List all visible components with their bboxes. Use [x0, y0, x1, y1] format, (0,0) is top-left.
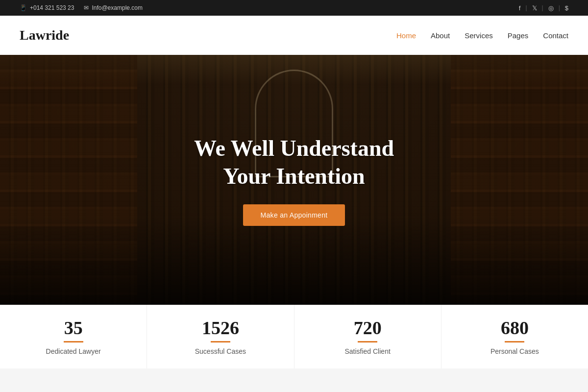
top-bar: 📱 +014 321 523 23 ✉ Info@example.com f |…	[0, 0, 588, 16]
phone-icon: 📱	[20, 4, 27, 11]
stat-label-clients: Satisfied Client	[344, 347, 390, 355]
stat-number-cases: 1526	[202, 318, 239, 337]
stat-number-lawyers: 35	[64, 318, 83, 337]
hero-floor-shadow	[0, 217, 588, 305]
stat-underline-clients	[358, 341, 377, 343]
nav-item-contact[interactable]: Contact	[543, 29, 568, 42]
social-links: f | 𝕏 | ◎ | $	[519, 4, 568, 12]
phone-number: +014 321 523 23	[30, 4, 74, 11]
stat-item-personal: 680 Personal Cases	[441, 305, 588, 368]
nav-item-services[interactable]: Services	[465, 29, 493, 42]
stat-underline-personal	[505, 341, 524, 343]
facebook-icon[interactable]: f	[519, 4, 521, 12]
stat-number-clients: 720	[354, 318, 382, 337]
bottom-section	[0, 368, 588, 392]
hero-title: We Well Understand Your Intention	[194, 134, 394, 191]
hero-content: We Well Understand Your Intention Make a…	[194, 134, 394, 226]
email-item: ✉ Info@example.com	[84, 4, 143, 11]
stat-label-cases: Sucessful Cases	[195, 347, 246, 355]
stats-section: 35 Dedicated Lawyer 1526 Sucessful Cases…	[0, 305, 588, 368]
twitter-icon[interactable]: 𝕏	[532, 4, 537, 12]
stat-label-lawyers: Dedicated Lawyer	[46, 347, 101, 355]
stat-item-clients: 720 Satisfied Client	[294, 305, 441, 368]
stat-underline-cases	[211, 341, 230, 343]
stat-item-cases: 1526 Sucessful Cases	[147, 305, 294, 368]
email-icon: ✉	[84, 4, 89, 11]
instagram-icon[interactable]: ◎	[548, 4, 554, 12]
email-address: Info@example.com	[92, 4, 143, 11]
skype-icon[interactable]: $	[565, 4, 568, 12]
main-nav: Home About Services Pages Contact	[396, 29, 568, 42]
appointment-button[interactable]: Make an Appoinment	[243, 204, 345, 226]
nav-item-pages[interactable]: Pages	[508, 29, 529, 42]
hero-title-line1: We Well Understand	[194, 136, 394, 161]
hero-title-line2: Your Intention	[223, 164, 365, 189]
phone-item: 📱 +014 321 523 23	[20, 4, 74, 11]
hero-section: We Well Understand Your Intention Make a…	[0, 55, 588, 305]
top-bar-contact: 📱 +014 321 523 23 ✉ Info@example.com	[20, 4, 143, 11]
stat-label-personal: Personal Cases	[490, 347, 539, 355]
stat-item-lawyers: 35 Dedicated Lawyer	[0, 305, 147, 368]
header: Lawride Home About Services Pages Contac…	[0, 16, 588, 55]
nav-item-home[interactable]: Home	[396, 29, 416, 42]
stat-number-personal: 680	[501, 318, 529, 337]
nav-item-about[interactable]: About	[431, 29, 450, 42]
stat-underline-lawyers	[64, 341, 83, 343]
site-logo[interactable]: Lawride	[20, 27, 69, 43]
